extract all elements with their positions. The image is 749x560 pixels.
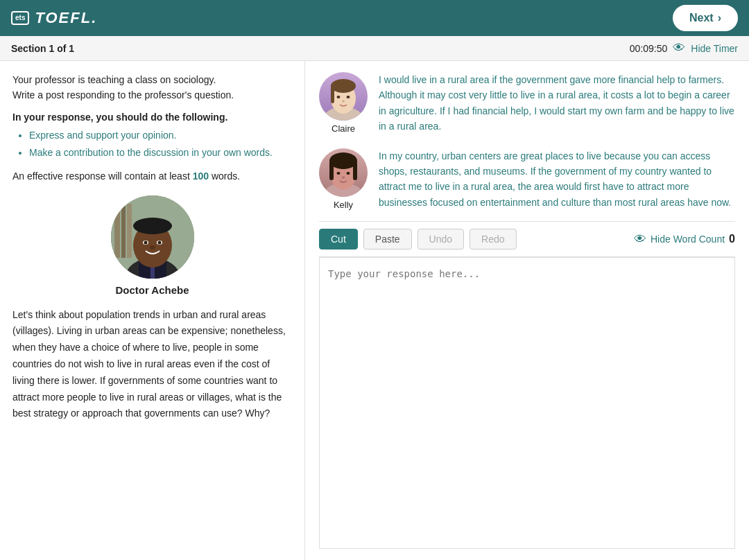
svg-point-29 — [342, 176, 345, 179]
svg-rect-26 — [353, 161, 357, 180]
timer-display: 00:09:50 — [630, 43, 668, 54]
logo-area: ets TOEFL. — [11, 9, 97, 27]
svg-point-14 — [150, 245, 155, 250]
kelly-response: Kelly In my country, urban centers are g… — [319, 148, 735, 211]
claire-response: Claire I would live in a rural area if t… — [319, 72, 735, 134]
paste-button[interactable]: Paste — [363, 229, 412, 250]
undo-button[interactable]: Undo — [417, 229, 464, 250]
kelly-text: In my country, urban centers are great p… — [379, 148, 735, 211]
bullet-1: Express and support your opinion. — [29, 127, 292, 144]
word-count-area: 👁 Hide Word Count 0 — [634, 232, 735, 247]
app-header: ets TOEFL. Next › — [0, 0, 749, 36]
svg-point-12 — [144, 240, 147, 244]
hide-word-count-button[interactable]: Hide Word Count — [651, 234, 725, 245]
next-button[interactable]: Next › — [673, 5, 738, 31]
svg-rect-18 — [331, 86, 334, 103]
claire-text: I would live in a rural area if the gove… — [379, 72, 735, 134]
kelly-avatar — [319, 148, 368, 197]
claire-info: Claire — [319, 72, 368, 134]
professor-area: Doctor Achebe — [12, 195, 292, 296]
toefl-logo: TOEFL. — [35, 9, 97, 27]
word-count-eye-icon: 👁 — [634, 232, 646, 247]
professor-avatar-svg — [111, 195, 194, 279]
svg-point-28 — [347, 172, 350, 175]
svg-rect-3 — [121, 206, 126, 258]
svg-rect-4 — [127, 204, 132, 258]
timer-area: 00:09:50 👁 Hide Timer — [630, 41, 738, 55]
cut-button[interactable]: Cut — [319, 229, 358, 250]
writing-textarea[interactable] — [319, 257, 735, 549]
svg-point-19 — [337, 96, 341, 98]
hide-timer-button[interactable]: Hide Timer — [691, 43, 738, 54]
eye-icon: 👁 — [673, 41, 685, 55]
main-content: Your professor is teaching a class on so… — [0, 61, 749, 560]
svg-rect-25 — [329, 161, 334, 180]
svg-point-13 — [157, 240, 161, 244]
word-requirement: An effective response will contain at le… — [12, 168, 292, 184]
instructions-block: In your response, you should do the foll… — [12, 112, 292, 161]
svg-point-17 — [331, 79, 356, 93]
professor-avatar — [111, 195, 194, 279]
section-label: Section 1 of 1 — [11, 43, 74, 54]
svg-point-20 — [347, 96, 350, 98]
writing-toolbar: Cut Paste Undo Redo 👁 Hide Word Count 0 — [319, 221, 735, 257]
kelly-name: Kelly — [334, 200, 353, 210]
kelly-avatar-svg — [319, 148, 368, 197]
students-section: Claire I would live in a rural area if t… — [319, 72, 735, 210]
left-panel: Your professor is teaching a class on so… — [0, 61, 305, 560]
svg-rect-2 — [114, 202, 120, 258]
claire-name: Claire — [332, 123, 355, 134]
bullet-2: Make a contribution to the discussion in… — [29, 144, 292, 161]
svg-point-9 — [133, 218, 172, 234]
ets-badge: ets — [11, 11, 29, 25]
svg-point-27 — [337, 172, 341, 175]
svg-point-21 — [342, 100, 345, 103]
claire-avatar-svg — [319, 72, 368, 121]
question-text: Let's think about population trends in u… — [12, 307, 292, 423]
claire-avatar — [319, 72, 368, 121]
section-bar: Section 1 of 1 00:09:50 👁 Hide Timer — [0, 36, 749, 61]
professor-name: Doctor Achebe — [115, 284, 189, 296]
prompt-text: Your professor is teaching a class on so… — [12, 72, 292, 103]
instructions-title: In your response, you should do the foll… — [12, 112, 292, 123]
bullet-list: Express and support your opinion. Make a… — [29, 127, 292, 161]
next-label: Next — [689, 12, 714, 24]
right-panel: Claire I would live in a rural area if t… — [305, 61, 749, 560]
kelly-info: Kelly — [319, 148, 368, 210]
redo-button[interactable]: Redo — [470, 229, 516, 250]
next-chevron-icon: › — [718, 12, 721, 24]
word-count-number: 0 — [729, 233, 735, 245]
